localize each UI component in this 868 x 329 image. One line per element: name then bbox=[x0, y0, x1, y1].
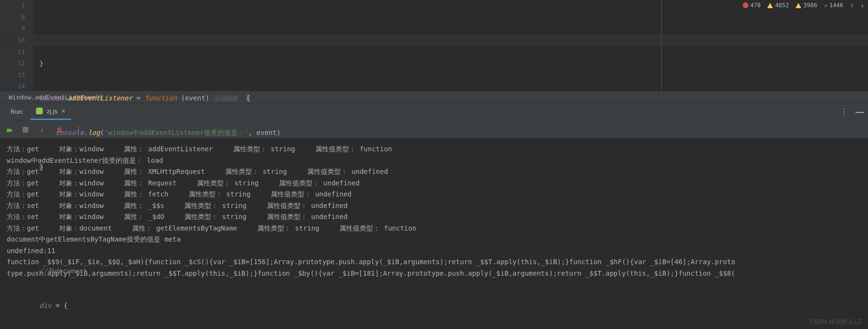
stop-button[interactable] bbox=[23, 127, 28, 133]
scroll-up-icon[interactable]: ↑ bbox=[850, 1, 854, 9]
scroll-down-icon[interactable]: ↓ bbox=[861, 2, 864, 9]
line-number: 7 bbox=[0, 0, 25, 12]
warning-icon bbox=[767, 3, 773, 8]
line-number: 10 bbox=[17, 37, 25, 44]
line-number: 13 bbox=[0, 69, 25, 81]
rerun-button[interactable]: ▶▶ bbox=[7, 126, 11, 134]
inspection-count[interactable]: ↗1446 bbox=[824, 2, 843, 9]
warning-icon bbox=[796, 3, 801, 8]
warning-count-1[interactable]: 4852 bbox=[767, 2, 789, 9]
line-number: 11 bbox=[0, 46, 25, 58]
inspection-icon: ↗ bbox=[824, 2, 827, 9]
run-label[interactable]: Run: bbox=[9, 108, 30, 120]
code-editor[interactable]: 7 8 9 10 11 12 13 14 } window.addEventLi… bbox=[0, 0, 868, 91]
error-icon bbox=[743, 2, 748, 8]
code-content[interactable]: } window.addEventListener = function (ev… bbox=[34, 0, 868, 91]
warning-count-2[interactable]: 3986 bbox=[796, 2, 817, 9]
line-number: 8 bbox=[0, 12, 25, 23]
line-number: 9 bbox=[0, 23, 25, 35]
error-count[interactable]: 478 bbox=[743, 2, 761, 9]
line-gutter: 7 8 9 10 11 12 13 14 bbox=[0, 0, 34, 91]
line-number: 14 bbox=[0, 81, 25, 92]
editor-status: 478 4852 3986 ↗1446 ↑ ↓ bbox=[743, 1, 864, 9]
line-number: 12 bbox=[0, 58, 25, 69]
